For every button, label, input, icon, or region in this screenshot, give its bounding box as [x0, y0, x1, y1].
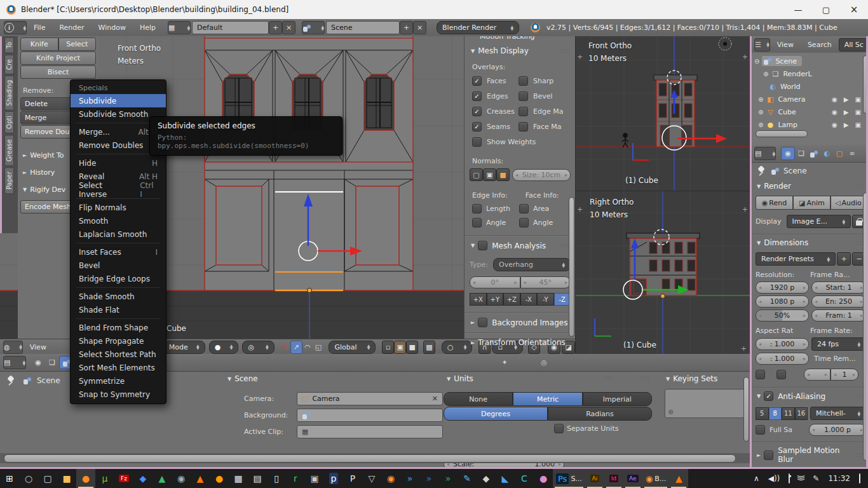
frame-end-slider[interactable]: En: 250: [811, 295, 866, 308]
menu-item-select-inverse[interactable]: Select InverseCtrl I: [71, 183, 166, 196]
toolshelf-tab-shading[interactable]: Shading: [4, 76, 14, 111]
taskbar-wings-app-1[interactable]: »: [400, 469, 419, 488]
display-dropdown[interactable]: Image E...▲▼: [787, 215, 851, 228]
edge-angle-checkbox[interactable]: [472, 218, 482, 227]
outliner-item-cube[interactable]: ⊕▽Cube◉▶▣: [752, 105, 868, 118]
rotate-manipulator-button[interactable]: ◠: [302, 341, 313, 353]
scene-name-field[interactable]: Scene: [326, 21, 400, 34]
taskbar-planet-app[interactable]: ●: [534, 469, 553, 488]
background-images-checkbox[interactable]: [478, 318, 487, 327]
taskbar-moon-app[interactable]: C: [515, 469, 534, 488]
preset-add-button[interactable]: +: [837, 252, 851, 266]
outliner-filter-dropdown[interactable]: All Sc: [839, 38, 868, 51]
toolshelf-tab-options[interactable]: Opti: [4, 111, 14, 133]
motion-blur-panel-header[interactable]: ►Sampled Motion Blur::::: [757, 446, 865, 464]
anti-aliasing-panel-header[interactable]: Anti-Aliasing: [778, 392, 825, 401]
fps-dropdown[interactable]: 24 fps▲▼: [811, 337, 866, 351]
animation-button[interactable]: ◪Anim: [793, 196, 831, 210]
keying-add-icon[interactable]: ⊕: [668, 408, 674, 416]
visibility-eye-icon[interactable]: ◉: [832, 96, 837, 103]
axis-button--x[interactable]: -X: [520, 293, 538, 306]
taskbar-wings-app-3[interactable]: »: [438, 469, 458, 488]
background-field[interactable]: [297, 409, 443, 422]
clear-camera-icon[interactable]: ✕: [432, 395, 438, 403]
menu-item-bevel[interactable]: Bevel: [71, 259, 166, 272]
pin-icon[interactable]: [6, 376, 15, 386]
menu-item-shape-propagate[interactable]: Shape Propagate: [71, 334, 166, 348]
wifi-icon[interactable]: (((: [797, 476, 806, 481]
frame-start-slider[interactable]: Start: 1: [811, 281, 866, 294]
motion-blur-checkbox[interactable]: [764, 451, 773, 460]
selectability-cursor-icon[interactable]: ▶: [844, 96, 849, 103]
menu-item-smooth[interactable]: Smooth: [71, 214, 166, 227]
viewport-editor-type-button[interactable]: ◍▲▼: [3, 341, 23, 354]
orientation-dropdown[interactable]: Global▲▼: [329, 341, 376, 354]
visibility-eye-icon[interactable]: ◉: [832, 121, 837, 128]
normals-size-slider[interactable]: Size: 10cm: [512, 169, 571, 181]
outliner-item-lamp[interactable]: ⊕●Lamp◉▶▣: [752, 118, 868, 131]
units-none-button[interactable]: None: [444, 392, 513, 406]
taskbar-photoshop[interactable]: PsS...: [553, 469, 585, 488]
audio-button[interactable]: ◁Audio: [831, 196, 866, 210]
aa-samples-8-button[interactable]: 8: [769, 407, 782, 420]
taskbar-sync-app[interactable]: ◆: [133, 469, 153, 488]
analysis-max-slider[interactable]: 45°: [520, 276, 571, 288]
render-panel-header[interactable]: Render: [764, 182, 791, 191]
scene-delete-button[interactable]: ×: [413, 21, 426, 34]
menu-item-laplacian-smooth[interactable]: Laplacian Smooth: [71, 227, 166, 241]
menu-item-bridge-edge-loops[interactable]: Bridge Edge Loops: [71, 272, 166, 285]
translate-manipulator-button[interactable]: ↗: [290, 341, 302, 354]
particles-context-tab[interactable]: ✦: [498, 356, 512, 369]
minimize-button[interactable]: —: [784, 0, 812, 19]
outliner-menu-search[interactable]: Search: [801, 41, 839, 49]
mesh-analysis-header[interactable]: Mesh Analysis: [492, 241, 546, 250]
units-imperial-button[interactable]: Imperial: [583, 392, 652, 406]
menu-item-sort-mesh-elements[interactable]: Sort Mesh Elements: [71, 361, 166, 374]
taskbar-squares-app[interactable]: ▣: [305, 469, 324, 488]
taskbar-p-light-app[interactable]: P: [343, 469, 362, 488]
render-camera-icon[interactable]: ▣: [855, 121, 861, 128]
resolution-percentage-slider[interactable]: 50%: [756, 309, 809, 322]
bottom-editor-type-button[interactable]: ▤▲▼: [3, 356, 26, 369]
n-panel-scrollbar[interactable]: [569, 197, 574, 337]
background-images-panel-header[interactable]: ►Background Images: [471, 318, 569, 327]
properties-editor-type-button[interactable]: ▤▲▼: [754, 147, 776, 160]
outliner-item-camera[interactable]: ⊕◧Camera◉▶▣: [752, 93, 868, 105]
expander-icon[interactable]: ⊕: [758, 109, 763, 116]
menu-item-snap-to-symmetry[interactable]: Snap to Symmetry: [71, 388, 166, 401]
taskbar-after-effects[interactable]: Ae: [623, 469, 642, 488]
menu-item-shade-smooth[interactable]: Shade Smooth: [71, 290, 166, 303]
taskbar-file-explorer[interactable]: ■: [57, 469, 76, 488]
taskbar-unity[interactable]: ▽: [362, 469, 381, 488]
menu-item-symmetrize[interactable]: Symmetrize: [71, 374, 166, 388]
units-panel-header[interactable]: Units: [454, 374, 473, 383]
panel-grip-icon[interactable]: ::::: [855, 184, 865, 189]
outliner-menu-view[interactable]: View: [770, 41, 801, 49]
vertex-normals-button[interactable]: ▢: [470, 168, 483, 181]
panel-grip-icon[interactable]: ::::: [560, 48, 569, 54]
taskbar-steam[interactable]: ◉: [172, 469, 191, 488]
aa-filter-dropdown[interactable]: Mitchell-▲▼: [810, 407, 866, 420]
bevel-checkbox[interactable]: [519, 92, 528, 101]
taskbar-illustrator[interactable]: Ai: [585, 469, 604, 488]
resolution-x-slider[interactable]: 1920 p: [756, 281, 809, 294]
mesh-display-header[interactable]: Mesh Display: [478, 46, 529, 55]
select-button[interactable]: Select: [58, 37, 97, 51]
menu-item-select-shortest-path[interactable]: Select Shortest Path: [71, 348, 166, 361]
battery-icon[interactable]: [789, 474, 790, 483]
render-presets-dropdown[interactable]: Render Presets▲▼: [756, 252, 836, 266]
corner-plus-icon[interactable]: +: [741, 344, 747, 353]
toolshelf-tab-paper[interactable]: Paper: [4, 167, 14, 194]
viewport-shading-dropdown[interactable]: ●▲▼: [209, 341, 239, 354]
face-normals-button[interactable]: ■: [496, 168, 510, 181]
face-angle-checkbox[interactable]: [519, 218, 529, 227]
render-engine-dropdown[interactable]: Blender Render▲▼: [437, 21, 519, 34]
toolshelf-tab-tools[interactable]: To: [4, 37, 14, 53]
axis-button--y[interactable]: -Y: [537, 293, 554, 306]
aa-samples-5-button[interactable]: 5: [756, 407, 769, 420]
expander-icon[interactable]: ⊕: [763, 71, 768, 78]
taskbar-lock-app[interactable]: ●: [210, 469, 229, 488]
render-context-tab[interactable]: ◉: [781, 147, 795, 160]
taskbar-calculator[interactable]: ▦: [229, 469, 248, 488]
taskbar-indesign[interactable]: Id: [604, 469, 623, 488]
